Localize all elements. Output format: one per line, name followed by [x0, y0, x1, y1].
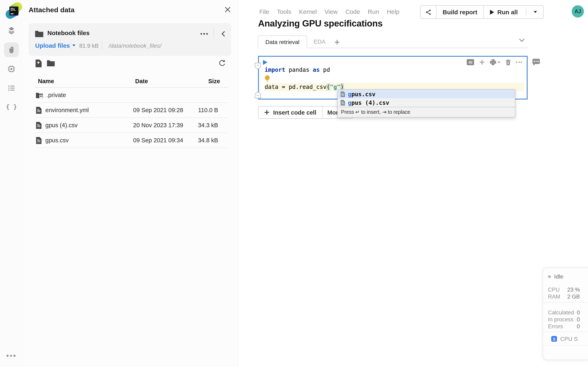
table-row[interactable]: gpus (4).csv 20 Nov 2023 17:39 34.3 kB [36, 118, 228, 133]
sidebar-item-layers[interactable] [4, 23, 19, 38]
comment-icon[interactable] [532, 59, 540, 64]
header-actions-group: Build report Run all [420, 5, 544, 19]
file-size: 34.3 kB [194, 122, 218, 128]
ai-assistant-button[interactable]: AI [467, 59, 474, 65]
activity-bar: DL { } [0, 0, 23, 367]
delete-cell-button[interactable] [506, 59, 511, 65]
table-header-row: Name Date Size [36, 75, 228, 88]
file-icon [36, 137, 42, 144]
python-icon [490, 59, 496, 65]
menu-code[interactable]: Code [346, 8, 360, 15]
divider [71, 41, 71, 50]
autocomplete-item[interactable]: gpus (4).csv [338, 98, 515, 107]
new-file-button[interactable] [35, 59, 42, 67]
calculated-row: Calculated0 [548, 309, 580, 316]
file-size: 110.0 B [194, 107, 218, 113]
menu-tools[interactable]: Tools [277, 8, 291, 15]
column-header-name[interactable]: Name [36, 78, 135, 84]
autocomplete-item-selected[interactable]: gpus.csv [338, 90, 515, 98]
attached-data-panel: Attached data Notebook files Upload file… [23, 0, 238, 367]
menu-file[interactable]: File [259, 8, 269, 15]
chip-icon [7, 65, 16, 73]
cell-toolbar: AI [467, 59, 522, 65]
caret-down-icon [72, 44, 76, 47]
build-report-button[interactable]: Build report [437, 6, 484, 18]
paperclip-icon [7, 46, 16, 54]
run-cell-button[interactable] [263, 60, 268, 65]
autocomplete-hint: Press ↵ to insert, ⇥ to replace [338, 107, 515, 117]
file-name: .private [47, 92, 66, 98]
user-avatar[interactable]: AJ [572, 5, 584, 17]
list-icon [7, 84, 16, 92]
layers-icon [7, 26, 16, 34]
in-process-row: In process0 [548, 316, 580, 323]
datalore-logo[interactable]: DL [5, 2, 23, 20]
cell-drag-handle-bottom[interactable] [254, 91, 261, 99]
divider [102, 41, 103, 50]
column-header-date[interactable]: Date [135, 78, 196, 84]
code-editor[interactable]: import pandas as pd data = pd.read_csv("… [265, 66, 524, 91]
file-date: 09 Sep 2021 09:28 [133, 107, 194, 113]
lightbulb-icon[interactable] [265, 75, 270, 82]
add-sheet-button[interactable] [334, 40, 340, 45]
add-cell-button[interactable] [479, 59, 485, 65]
logo-dl-mark: DL [9, 7, 18, 16]
menu-bar: File Tools Kernel View Code Run Help [259, 8, 399, 15]
tab-eda[interactable]: EDA [307, 35, 332, 48]
file-name: environment.yml [45, 107, 89, 113]
file-date: 09 Sep 2021 09:34 [133, 137, 194, 143]
new-folder-button[interactable] [47, 59, 55, 67]
sidebar-item-variables[interactable]: { } [4, 100, 19, 114]
collapse-chevron-icon[interactable] [218, 29, 228, 39]
collapse-sheet-chevron-icon[interactable] [519, 38, 525, 42]
sidebar-item-outline[interactable] [4, 81, 19, 95]
column-header-size[interactable]: Size [196, 78, 220, 84]
ram-usage-row: RAM2 GB [548, 293, 580, 300]
insert-code-cell-button[interactable]: Insert code cell [259, 106, 322, 118]
menu-help[interactable]: Help [387, 8, 399, 15]
table-row[interactable]: .private [36, 88, 228, 103]
card-more-button[interactable] [199, 29, 209, 39]
tab-data-retrieval[interactable]: Data retrieval [258, 35, 307, 48]
datalore-notebook-app: DL { } Attached dat [0, 0, 588, 367]
file-name: gpus.csv [45, 137, 69, 143]
kernel-state: Idle [548, 273, 563, 280]
sidebar-item-attached-data[interactable] [4, 42, 19, 57]
share-button[interactable] [421, 6, 437, 18]
menu-view[interactable]: View [324, 8, 338, 15]
notebook-title[interactable]: Analyzing GPU specifications [258, 18, 383, 29]
card-title: Notebook files [47, 29, 90, 36]
caret-down-icon [498, 61, 500, 63]
table-row[interactable]: gpus.csv 09 Sep 2021 09:34 34.8 kB [36, 133, 228, 148]
share-icon [425, 9, 432, 15]
refresh-icon[interactable] [218, 59, 226, 67]
folder-icon [35, 30, 43, 37]
run-options-caret-icon[interactable] [534, 11, 537, 13]
file-icon [341, 100, 345, 105]
kernel-status-panel: Idle CPU23 % RAM2 GB Calculated0 In proc… [543, 267, 588, 360]
divider [526, 8, 526, 16]
close-panel-button[interactable] [223, 5, 232, 14]
machine-size-badge: S [551, 336, 557, 342]
menu-kernel[interactable]: Kernel [299, 8, 317, 15]
sidebar-item-environment[interactable] [4, 62, 19, 76]
status-dot-icon [548, 275, 551, 278]
upload-files-button[interactable]: Upload files [35, 42, 76, 49]
code-line-2 [265, 74, 524, 83]
cell-language-button[interactable] [490, 59, 500, 65]
notebook-files-card: Notebook files Upload files 81.9 kB /dat… [29, 23, 231, 56]
mount-path: /data/notebook_files/ [109, 42, 161, 49]
file-name: gpus (4).csv [45, 122, 78, 128]
table-row[interactable]: environment.yml 09 Sep 2021 09:28 110.0 … [36, 103, 228, 118]
run-all-button[interactable]: Run all [484, 6, 543, 18]
file-icon [36, 122, 42, 129]
machine-selector[interactable]: S CPU S [551, 336, 578, 342]
file-icon [36, 107, 42, 114]
cell-more-button[interactable] [516, 62, 522, 63]
sidebar-overflow-button[interactable] [7, 355, 15, 357]
braces-icon: { } [6, 103, 17, 110]
menu-run[interactable]: Run [368, 8, 379, 15]
cpu-usage-row: CPU23 % [548, 286, 580, 293]
file-size: 34.8 kB [194, 137, 218, 143]
cell-drag-handle-top[interactable] [254, 62, 261, 70]
